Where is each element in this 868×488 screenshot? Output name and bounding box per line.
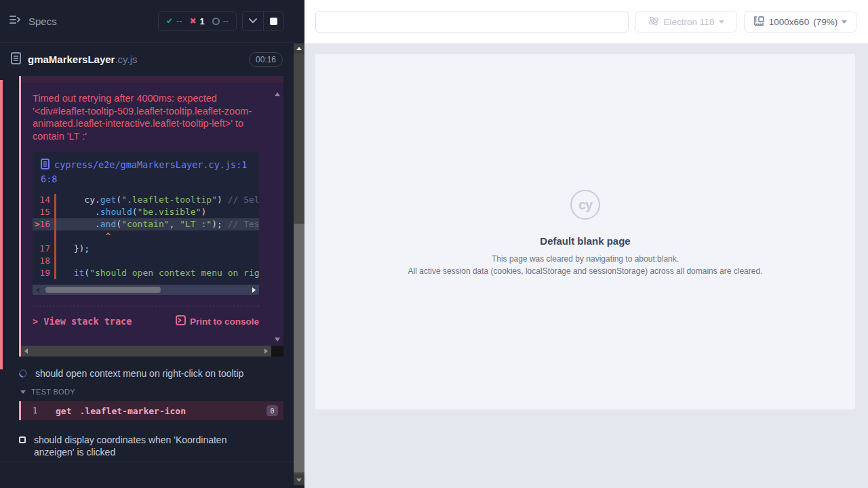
code-line: 18 (33, 255, 259, 267)
test-stats: ✔ -- ✖ 1 -- (158, 11, 237, 31)
aut-iframe: cy Default blank page This page was clea… (315, 54, 855, 409)
error-panel-top (21, 76, 283, 83)
check-icon: ✔ (166, 16, 173, 26)
command-count-badge: 0 (267, 405, 278, 416)
chevron-down-icon (842, 20, 847, 24)
chevron-down-icon (20, 390, 26, 394)
stop-run-button[interactable] (263, 12, 283, 30)
viewport-info-button[interactable]: 1000x660 (79%) (744, 11, 856, 33)
scrollbar-up-button[interactable] (294, 43, 304, 54)
code-line: 19 it("should open context menu on righ (33, 267, 259, 279)
error-message: Timed out retrying after 4000ms: expecte… (33, 92, 260, 142)
code-line: 17 }); (33, 243, 259, 255)
spec-duration-badge: 00:16 (249, 52, 283, 67)
code-scrollbar-thumb[interactable] (45, 287, 161, 293)
console-icon (176, 315, 186, 327)
spec-file-icon (11, 52, 21, 67)
reporter-sidebar: Specs ✔ -- ✖ 1 -- (0, 0, 304, 488)
error-panel: Timed out retrying after 4000ms: expecte… (19, 76, 283, 357)
url-input[interactable] (315, 11, 629, 33)
file-icon (41, 159, 50, 173)
stop-icon (270, 18, 277, 25)
spec-name: gmaMarkersLayer.cy.js (28, 54, 137, 65)
aut-toolbar: Electron 118 1000x660 (79%) (304, 0, 868, 43)
test-running-spinner-icon (18, 368, 29, 380)
scroll-left-icon (36, 287, 39, 293)
cross-icon: ✖ (189, 16, 196, 26)
collapse-sidebar-icon[interactable] (9, 15, 22, 27)
code-horizontal-scrollbar[interactable] (33, 285, 259, 295)
view-stack-trace-link[interactable]: > View stack trace (33, 316, 132, 327)
scroll-right-icon (264, 348, 268, 354)
browser-select-button[interactable]: Electron 118 (635, 11, 737, 33)
stat-failed: ✖ 1 (189, 16, 204, 26)
error-scroll-up-icon[interactable] (275, 92, 280, 96)
scroll-right-icon (252, 287, 256, 293)
code-frame: cypress/e2e/gmaMarkersLayer.cy.js:16:8 1… (33, 152, 259, 295)
aut-stage: cy Default blank page This page was clea… (304, 43, 868, 488)
aut-area: Electron 118 1000x660 (79%) cy Default b… (304, 0, 868, 488)
error-horizontal-scrollbar[interactable] (21, 346, 271, 357)
ruler-icon (753, 16, 765, 28)
code-lines: 14 cy.get(".leaflet-tooltip") // Sele15 … (33, 194, 259, 279)
test-item-active[interactable]: should open context menu on right-click … (19, 368, 243, 379)
scrollbar-down-button[interactable] (294, 474, 304, 485)
list-divider (0, 462, 294, 462)
blank-page-message-1: This page was cleared by navigating to a… (492, 254, 679, 264)
toggle-details-button[interactable] (243, 12, 263, 30)
sidebar-scrollbar[interactable] (294, 0, 304, 488)
blank-page-message-2: All active session data (cookies, localS… (408, 266, 763, 276)
electron-icon (648, 16, 659, 28)
specs-title[interactable]: Specs (28, 16, 57, 27)
pending-circle-icon (212, 18, 220, 25)
scroll-left-icon (24, 348, 28, 354)
spec-row[interactable]: gmaMarkersLayer.cy.js 00:16 (0, 43, 294, 75)
stat-pending: -- (212, 16, 229, 26)
code-line: 14 cy.get(".leaflet-tooltip") // Sele (33, 194, 259, 206)
scrollbar-thumb[interactable] (294, 224, 304, 472)
cypress-logo: cy (570, 190, 600, 220)
runner-controls (242, 11, 284, 31)
test-queued-icon (19, 436, 26, 443)
error-separator (33, 306, 259, 306)
blank-page-title: Default blank page (540, 235, 630, 247)
code-line: ^ (33, 230, 259, 243)
stat-passed: ✔ -- (166, 16, 182, 26)
code-line: 15 .should("be.visible") (33, 206, 259, 218)
chevron-down-icon (719, 20, 724, 24)
code-frame-file-link[interactable]: cypress/e2e/gmaMarkersLayer.cy.js:16:8 (33, 159, 259, 186)
scrollbar-corner (271, 346, 283, 357)
print-to-console-link[interactable]: Print to console (176, 315, 259, 327)
command-row[interactable]: 1 get .leaflet-marker-icon 0 (19, 401, 283, 420)
error-links: > View stack trace Print to console (33, 315, 259, 327)
test-item-queued[interactable]: should display coordinates when 'Koordin… (19, 434, 263, 458)
reporter-header: Specs ✔ -- ✖ 1 -- (0, 0, 294, 43)
test-body-section-header[interactable]: TEST BODY (20, 388, 75, 396)
error-scroll-down-icon[interactable] (275, 338, 280, 342)
failed-test-indicator (0, 80, 3, 369)
reporter-content: Specs ✔ -- ✖ 1 -- (0, 0, 294, 488)
code-line: >16 .and("contain", "LT :"); // Test (33, 218, 259, 230)
